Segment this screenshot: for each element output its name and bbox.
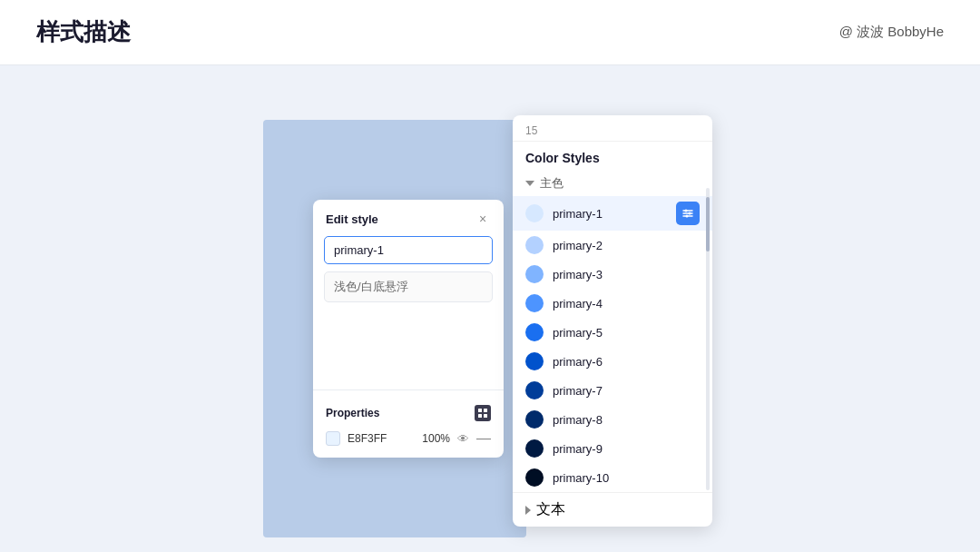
properties-icon <box>475 405 491 421</box>
svg-point-9 <box>686 215 689 218</box>
style-description: 浅色/白底悬浮 <box>324 271 493 302</box>
color-dot <box>525 468 544 487</box>
color-dot <box>525 439 544 458</box>
color-opacity: 100% <box>422 432 450 445</box>
color-row: E8F3FF 100% 👁 — <box>326 430 491 447</box>
color-item-label: primary-1 <box>553 207 667 221</box>
svg-rect-0 <box>478 409 482 412</box>
color-item-label: primary-5 <box>553 326 700 340</box>
color-item-label: primary-6 <box>553 355 700 369</box>
color-list-item[interactable]: primary-5 <box>513 318 712 347</box>
edit-style-header: Edit style × <box>313 200 504 236</box>
section-main-label: 主色 <box>540 175 564 192</box>
svg-point-7 <box>685 210 688 212</box>
section-text-header[interactable]: 文本 <box>513 492 712 527</box>
color-dot <box>525 323 544 341</box>
color-dot <box>525 352 544 370</box>
svg-point-8 <box>689 212 691 215</box>
color-list-item[interactable]: primary-4 <box>513 289 712 318</box>
color-dot <box>525 410 544 429</box>
color-list-item[interactable]: primary-6 <box>513 347 712 376</box>
section-text-label: 文本 <box>536 500 565 519</box>
author-label: @ 波波 BobbyHe <box>839 24 944 41</box>
page-title: 样式描述 <box>36 16 131 48</box>
color-item-label: primary-9 <box>553 442 700 456</box>
properties-label: Properties <box>326 407 379 419</box>
properties-header: Properties <box>326 405 491 421</box>
collapse-icon <box>525 181 534 186</box>
color-dot <box>525 236 544 254</box>
color-hex: E8F3FF <box>348 432 415 445</box>
color-item-label: primary-2 <box>553 239 700 252</box>
color-item-label: primary-3 <box>553 268 700 281</box>
scrollbar-thumb[interactable] <box>706 197 710 251</box>
canvas-area: Edit style × 浅色/白底悬浮 Properties <box>0 65 980 552</box>
color-dot <box>525 294 544 312</box>
edit-style-title: Edit style <box>326 212 378 226</box>
header: 样式描述 @ 波波 BobbyHe <box>0 0 980 65</box>
color-styles-panel: 15 Color Styles 主色 primary-1 primary-2pr… <box>513 115 712 527</box>
color-item-label: primary-7 <box>553 384 700 398</box>
color-list-item[interactable]: primary-9 <box>513 434 712 463</box>
style-name-input[interactable] <box>324 236 493 264</box>
color-item-label: primary-4 <box>553 297 700 310</box>
eye-icon[interactable]: 👁 <box>457 432 469 446</box>
color-list-item[interactable]: primary-1 <box>513 196 712 231</box>
scrollbar-track[interactable] <box>706 188 710 490</box>
panel-title: Color Styles <box>513 142 712 171</box>
svg-rect-3 <box>484 414 487 418</box>
color-dot <box>525 204 544 222</box>
color-list: primary-1 primary-2primary-3primary-4pri… <box>513 196 712 492</box>
edit-style-panel: Edit style × 浅色/白底悬浮 Properties <box>313 200 504 458</box>
color-list-item[interactable]: primary-7 <box>513 376 712 405</box>
color-swatch[interactable] <box>326 431 340 446</box>
adjust-icon[interactable] <box>676 202 700 225</box>
divider <box>313 389 504 390</box>
color-item-label: primary-10 <box>553 471 700 485</box>
section-main-header[interactable]: 主色 <box>513 171 712 196</box>
color-list-item[interactable]: primary-10 <box>513 463 712 492</box>
color-dot <box>525 381 544 399</box>
remove-icon[interactable]: — <box>476 430 491 447</box>
color-list-item[interactable]: primary-8 <box>513 405 712 434</box>
properties-section: Properties E8F3FF 100% 👁 <box>313 396 504 458</box>
expand-icon <box>525 506 531 515</box>
breadcrumb: 15 <box>513 115 712 142</box>
color-list-item[interactable]: primary-3 <box>513 260 712 289</box>
color-item-label: primary-8 <box>553 413 700 427</box>
svg-rect-2 <box>478 414 482 418</box>
close-button[interactable]: × <box>475 211 491 227</box>
color-dot <box>525 265 544 283</box>
svg-rect-1 <box>484 409 487 412</box>
color-list-item[interactable]: primary-2 <box>513 231 712 260</box>
